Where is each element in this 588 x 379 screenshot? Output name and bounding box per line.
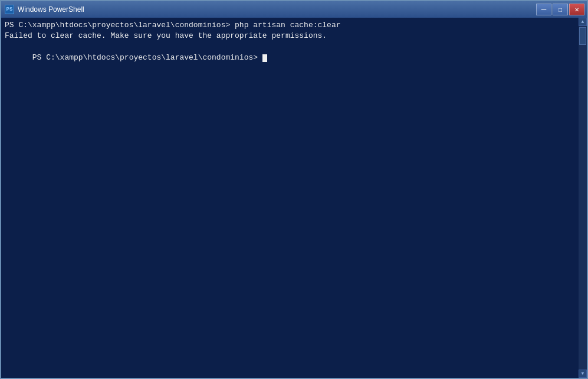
powershell-icon: PS <box>5 5 14 14</box>
minimize-button[interactable]: ─ <box>536 4 551 15</box>
console-area[interactable]: PS C:\xampp\htdocs\proyectos\laravel\con… <box>1 18 587 378</box>
scrollbar-thumb[interactable] <box>579 27 586 45</box>
console-line-1: PS C:\xampp\htdocs\proyectos\laravel\con… <box>5 20 583 31</box>
scrollbar-down-arrow[interactable]: ▼ <box>579 370 587 378</box>
icon-label: PS <box>6 6 13 12</box>
cursor <box>262 54 267 62</box>
maximize-button[interactable]: □ <box>553 4 568 15</box>
powershell-window: PS Windows PowerShell ─ □ ✕ PS C:\xampp\… <box>0 0 588 379</box>
scrollbar-up-arrow[interactable]: ▲ <box>579 18 587 26</box>
title-bar: PS Windows PowerShell ─ □ ✕ <box>1 1 587 18</box>
console-line-2: Failed to clear cache. Make sure you hav… <box>5 31 583 41</box>
title-bar-controls: ─ □ ✕ <box>536 4 584 15</box>
scrollbar[interactable]: ▲ ▼ <box>579 18 587 378</box>
console-line-3: PS C:\xampp\htdocs\proyectos\laravel\con… <box>5 41 583 74</box>
title-bar-left: PS Windows PowerShell <box>5 5 84 14</box>
window-title: Windows PowerShell <box>18 5 84 14</box>
console-prompt: PS C:\xampp\htdocs\proyectos\laravel\con… <box>32 53 262 62</box>
scrollbar-track[interactable] <box>579 26 587 370</box>
close-button[interactable]: ✕ <box>569 4 584 15</box>
